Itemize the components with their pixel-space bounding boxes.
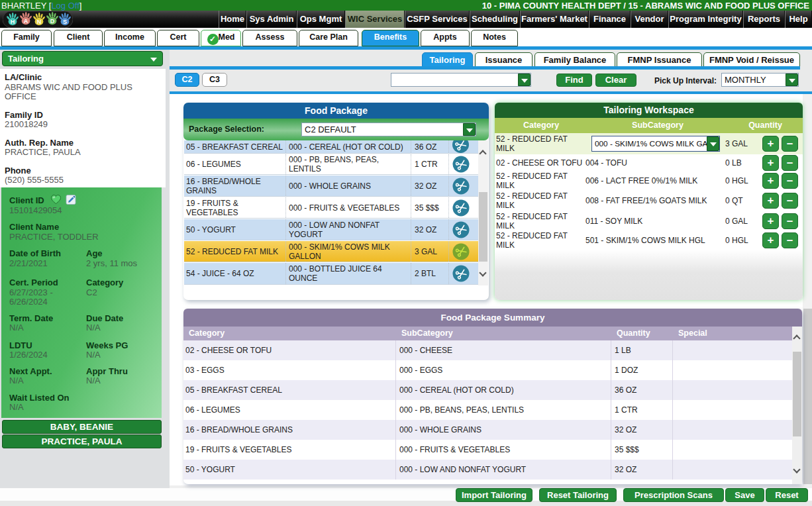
svg-text:D: D (50, 18, 55, 25)
svg-text:H: H (11, 19, 15, 25)
svg-text:S: S (63, 19, 67, 25)
svg-text:A: A (24, 18, 28, 25)
svg-text:N: N (37, 19, 42, 25)
